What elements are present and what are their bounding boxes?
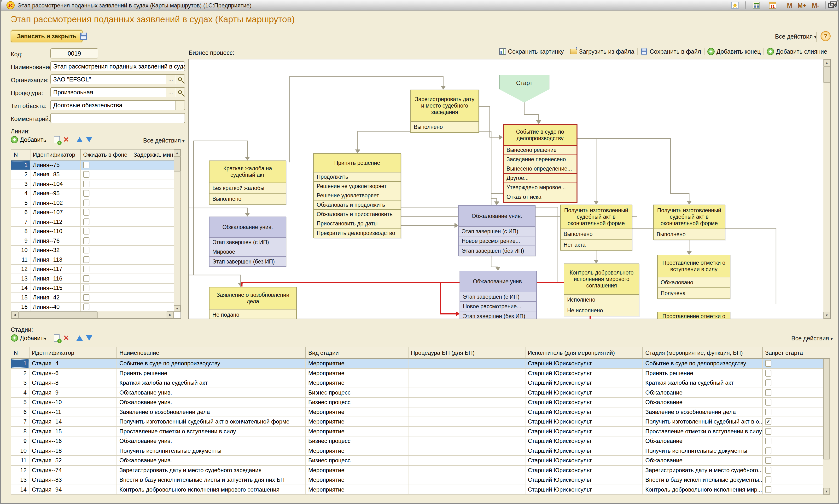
memory-m-plus-button[interactable]: M+ (798, 2, 806, 10)
table-row[interactable]: 5 Стадия--10 Обжалование унив. Бизнес пр… (11, 398, 830, 408)
node-item[interactable]: Не подано (210, 309, 296, 319)
scroll-down-icon[interactable]: ▼ (823, 312, 830, 319)
wait-checkbox[interactable] (83, 171, 89, 178)
stages-move-down-button[interactable] (86, 335, 92, 341)
scroll-up-icon[interactable]: ▲ (823, 59, 830, 66)
ban-checkbox[interactable] (765, 389, 771, 396)
bp-diagram-canvas[interactable]: Старт Зарегистрировать дату и место суде… (188, 59, 831, 319)
node-item[interactable]: Продолжить (314, 173, 401, 182)
proc-search-button[interactable] (175, 88, 185, 97)
table-row[interactable]: 15 Линия--42 (11, 293, 180, 303)
ban-checkbox[interactable] (765, 399, 771, 406)
table-row[interactable]: 13 Линия--116 (11, 274, 180, 284)
table-row[interactable]: 4 Линия--95 (11, 189, 180, 199)
save-and-close-button[interactable]: Записать и закрыть (11, 30, 83, 42)
proc-ellipsis-button[interactable]: ... (166, 88, 175, 97)
col-delay[interactable]: Задержка, мин. (131, 149, 173, 160)
ban-checkbox[interactable] (765, 379, 771, 386)
scroll-left-icon[interactable]: ◀ (11, 311, 18, 318)
org-search-button[interactable] (175, 75, 185, 84)
scroll-right-icon[interactable]: ▶ (167, 311, 174, 318)
node-item[interactable]: Заседание перенесено (504, 155, 577, 164)
node-item[interactable]: Без краткой жалобы (210, 183, 286, 194)
table-row[interactable]: 9 Стадия--16 Обжалование унив. Бизнес пр… (11, 436, 830, 446)
favorites-button[interactable] (730, 1, 740, 9)
table-row[interactable]: 7 Стадия--14 Получить изготовленный суде… (11, 417, 830, 427)
wait-checkbox[interactable] (83, 294, 89, 301)
help-button[interactable]: ? (821, 31, 831, 41)
table-row[interactable]: 1 Линия--75 (11, 161, 180, 170)
save-button[interactable] (78, 31, 89, 41)
calculator-button[interactable] (751, 1, 762, 9)
bp-node-register[interactable]: Зарегистрировать дату и место судебного … (410, 90, 479, 133)
wait-checkbox[interactable] (83, 304, 89, 310)
node-item[interactable]: Нет акта (561, 239, 632, 250)
lines-copy-button[interactable] (54, 136, 60, 143)
table-row[interactable]: 16 Линия--40 (11, 303, 180, 312)
ban-checkbox[interactable] (765, 428, 771, 435)
table-row[interactable]: 14 Линия--115 (11, 284, 180, 293)
bp-node-appeal-left[interactable]: Обжалование унив. Этап завершен (с ИП) М… (209, 217, 286, 267)
bp-node-mark[interactable]: Проставление отметки о вступлении в силу… (657, 255, 730, 299)
wait-checkbox[interactable] (83, 275, 89, 282)
bp-node-appeal-right[interactable]: Обжалование унив. Этап завершен (с ИП) Н… (458, 205, 536, 256)
node-item[interactable]: Новое рассмотрение... (460, 302, 536, 311)
node-item[interactable]: Этап завершен (без ИП) (210, 257, 286, 266)
node-item[interactable]: Получена (658, 288, 730, 299)
close-window-button[interactable]: ✕ (829, 1, 839, 9)
stages-all-actions[interactable]: Все действия▾ (791, 335, 833, 342)
col-n[interactable]: N (11, 149, 31, 160)
node-item[interactable]: Этап завершен (без ИП) (459, 246, 535, 256)
ban-checkbox[interactable] (765, 438, 771, 444)
stages-copy-button[interactable] (54, 335, 60, 342)
bp-node-mark-partial[interactable]: Проставление отметки о (657, 312, 730, 319)
lines-delete-button[interactable]: ✕ (63, 136, 69, 143)
table-row[interactable]: 11 Стадия--52 Обжалование унив. Бизнес п… (11, 456, 830, 466)
node-item[interactable]: Этап завершен (с ИП) (460, 292, 536, 302)
node-item[interactable]: Выполнено (654, 229, 725, 239)
table-row[interactable]: 6 Стадия--11 Заявление о возобновлении д… (11, 408, 830, 417)
table-row[interactable]: 9 Линия--76 (11, 236, 180, 246)
diagram-vscrollbar[interactable]: ▲ ▼ (823, 59, 830, 319)
node-item[interactable]: Решение удовлетворяет (314, 191, 401, 200)
ban-checkbox[interactable] (765, 448, 771, 454)
node-item[interactable]: Этап завершен (с ИП) (210, 238, 286, 247)
col-executor[interactable]: Исполнитель (для мероприятий) (525, 347, 643, 358)
org-ellipsis-button[interactable]: ... (166, 75, 175, 84)
col-id[interactable]: Идентификатор (30, 347, 117, 358)
memory-m-button[interactable]: M (787, 2, 792, 10)
node-item[interactable]: Утверждено мировое... (504, 183, 577, 192)
table-row[interactable]: 12 Стадия--74 Зарегистрировать дату и ме… (11, 466, 830, 475)
ban-checkbox[interactable] (765, 409, 771, 415)
stages-delete-button[interactable]: ✕ (63, 335, 69, 342)
bp-node-decide[interactable]: Принять решение Продолжить Решение не уд… (313, 153, 401, 238)
node-item[interactable]: Вынесено решение (504, 146, 577, 155)
code-field[interactable]: 0019 (50, 48, 98, 58)
node-item[interactable]: Не исполнено (564, 305, 639, 316)
lines-all-actions[interactable]: Все действия▾ (143, 137, 185, 144)
bp-node-appeal-bottom[interactable]: Обжалование унив. Этап завершен (с ИП) Н… (459, 271, 537, 319)
wait-checkbox[interactable] (83, 266, 89, 272)
table-row[interactable]: 13 Стадия--83 Внести в базу исполнительн… (11, 475, 830, 485)
wait-checkbox[interactable] (83, 162, 89, 168)
ban-checkbox[interactable] (765, 418, 771, 425)
node-item[interactable]: Выполнено (210, 194, 286, 204)
wait-checkbox[interactable] (83, 218, 89, 225)
node-item[interactable]: Обжаловано (658, 277, 730, 288)
node-item[interactable]: Этап завершен (без ИП) (460, 311, 536, 319)
table-row[interactable]: 10 Стадия--18 Получить исполнительные до… (11, 446, 830, 456)
table-row[interactable]: 11 Линия--113 (11, 255, 180, 265)
node-item[interactable]: Прекратить делопроизводство (314, 229, 401, 238)
wait-checkbox[interactable] (83, 190, 89, 197)
col-n[interactable]: N (11, 347, 30, 358)
col-stage[interactable]: Стадия (мероприятие, функция, БП) (643, 347, 763, 358)
wait-checkbox[interactable] (83, 285, 89, 291)
col-wait[interactable]: Ожидать в фоне (81, 149, 131, 160)
proc-field[interactable]: Произвольная ... (50, 87, 185, 97)
ban-checkbox[interactable] (765, 457, 771, 464)
table-row[interactable]: 2 Линия--85 (11, 170, 180, 180)
lines-add-button[interactable]: +Добавить (11, 136, 47, 143)
stages-move-up-button[interactable] (76, 335, 83, 341)
node-item[interactable]: Другое... (504, 174, 577, 183)
table-row[interactable]: 8 Линия--110 (11, 227, 180, 236)
